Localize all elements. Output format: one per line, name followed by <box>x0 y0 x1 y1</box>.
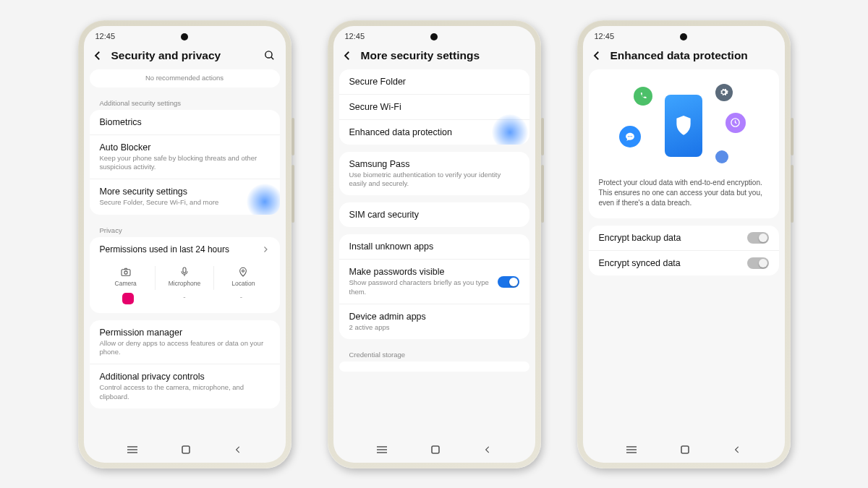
nav-bar <box>333 440 535 463</box>
nav-bar <box>583 440 785 463</box>
toggle-encrypt-backup[interactable] <box>747 232 769 244</box>
header: Security and privacy <box>84 46 286 69</box>
phone-frame-1: 12:45 Security and privacy No recommende… <box>78 20 292 468</box>
svg-point-7 <box>627 136 628 137</box>
header: More security settings <box>333 46 535 69</box>
section-additional-security: Additional security settings <box>90 95 280 110</box>
svg-rect-1 <box>122 269 130 275</box>
row-encrypt-backup-data[interactable]: Encrypt backup data <box>589 226 779 250</box>
no-recommended-actions: No recommended actions <box>90 71 280 87</box>
row-additional-privacy-controls[interactable]: Additional privacy controls Control acce… <box>90 364 280 408</box>
nav-recents-icon[interactable] <box>126 445 139 458</box>
message-bubble-icon <box>619 126 641 147</box>
nav-home-icon[interactable] <box>180 444 192 458</box>
nav-home-icon[interactable] <box>430 444 441 458</box>
camera-cutout <box>181 33 188 40</box>
chevron-right-icon <box>261 245 270 254</box>
svg-rect-11 <box>681 446 689 453</box>
row-install-unknown-apps[interactable]: Install unknown apps <box>339 234 529 259</box>
search-icon[interactable] <box>263 49 276 61</box>
perm-camera: Camera <box>97 266 156 290</box>
row-sim-card-security[interactable]: SIM card security <box>339 202 529 227</box>
gear-bubble-icon <box>715 84 733 101</box>
dot-bubble-icon <box>715 150 728 163</box>
header: Enhanced data protection <box>583 46 785 69</box>
page-title: Security and privacy <box>111 49 256 62</box>
row-samsung-pass[interactable]: Samsung Pass Use biometric authenticatio… <box>339 152 529 196</box>
row-biometrics[interactable]: Biometrics <box>90 110 280 134</box>
back-icon[interactable] <box>590 49 603 62</box>
toggle-passwords-visible[interactable] <box>498 276 519 288</box>
shield-icon <box>674 115 693 137</box>
row-more-security-settings[interactable]: More security settings Secure Folder, Se… <box>90 179 280 214</box>
page-title: More security settings <box>361 49 525 62</box>
svg-point-2 <box>124 270 127 273</box>
section-credential-storage: Credential storage <box>339 346 529 361</box>
perm-microphone: Microphone <box>156 266 214 290</box>
nav-back-icon[interactable] <box>732 445 742 458</box>
svg-rect-3 <box>183 267 186 273</box>
row-permission-manager[interactable]: Permission manager Allow or deny apps to… <box>90 320 280 364</box>
nav-home-icon[interactable] <box>679 444 691 458</box>
row-permissions-24h[interactable]: Permissions used in last 24 hours <box>90 237 280 262</box>
camera-icon <box>120 266 132 278</box>
nav-recents-icon[interactable] <box>375 445 388 458</box>
feature-description: Protect your cloud data with end-to-end … <box>599 178 769 208</box>
nav-back-icon[interactable] <box>482 445 493 458</box>
page-title: Enhanced data protection <box>610 49 775 62</box>
row-secure-wifi[interactable]: Secure Wi-Fi <box>339 94 529 119</box>
nav-bar <box>84 440 286 463</box>
illustration <box>599 82 769 169</box>
location-icon <box>237 266 249 278</box>
camera-cutout <box>680 33 687 40</box>
section-privacy: Privacy <box>90 222 280 237</box>
nav-back-icon[interactable] <box>233 445 243 458</box>
microphone-icon <box>179 266 190 278</box>
svg-point-0 <box>265 51 271 58</box>
phone-bubble-icon <box>634 87 652 106</box>
app-icon <box>122 293 134 304</box>
phone-shield-icon <box>665 95 702 157</box>
row-auto-blocker[interactable]: Auto Blocker Keep your phone safe by blo… <box>90 134 280 179</box>
row-secure-folder[interactable]: Secure Folder <box>339 69 529 94</box>
clock-bubble-icon <box>726 113 746 133</box>
perm-location: Location <box>214 266 272 290</box>
status-time: 12:45 <box>595 32 615 40</box>
row-encrypt-synced-data[interactable]: Encrypt synced data <box>589 250 779 275</box>
svg-rect-5 <box>182 446 190 453</box>
row-device-admin-apps[interactable]: Device admin apps 2 active apps <box>339 304 529 339</box>
svg-point-8 <box>629 136 630 137</box>
toggle-encrypt-synced[interactable] <box>747 257 769 269</box>
status-time: 12:45 <box>345 32 365 40</box>
back-icon[interactable] <box>341 49 354 62</box>
tap-hint-icon <box>247 184 280 214</box>
tap-hint-icon <box>492 114 528 145</box>
row-enhanced-data-protection[interactable]: Enhanced data protection <box>339 119 529 145</box>
status-time: 12:45 <box>95 32 116 40</box>
permission-apps-row: - - <box>90 290 280 313</box>
permission-icons-row: Camera Microphone Location <box>90 262 280 290</box>
svg-point-9 <box>631 136 631 137</box>
back-icon[interactable] <box>91 49 104 62</box>
svg-point-4 <box>242 270 244 272</box>
camera-cutout <box>430 33 438 40</box>
svg-rect-6 <box>432 446 439 453</box>
nav-recents-icon[interactable] <box>625 445 638 458</box>
row-make-passwords-visible[interactable]: Make passwords visible Show password cha… <box>339 259 529 304</box>
phone-frame-2: 12:45 More security settings Secure Fold… <box>328 20 541 468</box>
phone-frame-3: 12:45 Enhanced data protection <box>577 20 791 468</box>
illustration-card: Protect your cloud data with end-to-end … <box>589 69 779 218</box>
